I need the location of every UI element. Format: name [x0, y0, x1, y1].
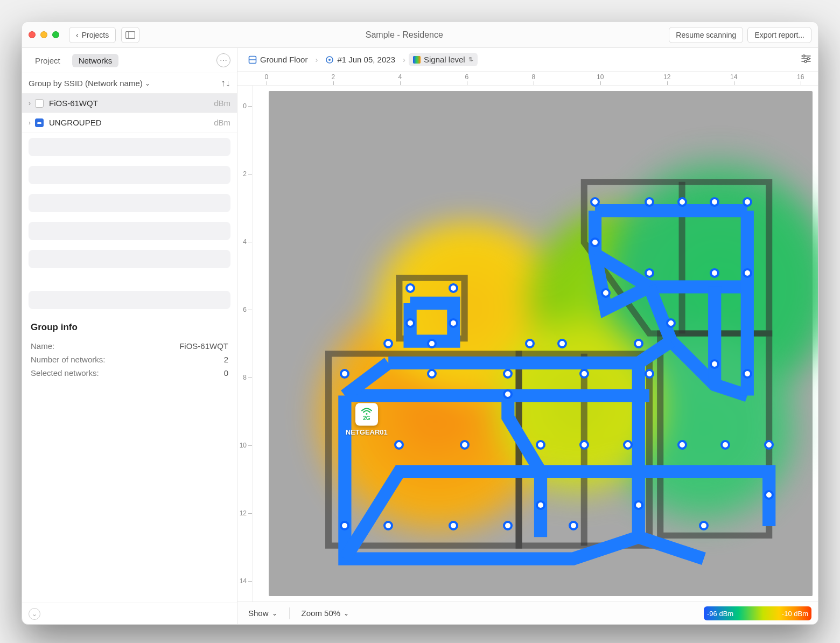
group-info-count-label: Number of networks: — [31, 355, 105, 364]
group-info-panel: Group info Name: FiOS-61WQT Number of ne… — [22, 314, 237, 390]
placeholder-row — [29, 222, 230, 240]
survey-point[interactable] — [449, 521, 458, 530]
export-report-button[interactable]: Export report... — [747, 27, 811, 43]
zoom-dropdown[interactable]: Zoom 50% ⌄ — [297, 606, 354, 620]
survey-point[interactable] — [645, 268, 654, 278]
visualization-dropdown[interactable]: Signal level ⇅ — [409, 53, 478, 66]
survey-point[interactable] — [699, 521, 709, 530]
survey-point[interactable] — [634, 339, 643, 348]
chevron-right-icon: › — [29, 119, 31, 127]
survey-point[interactable] — [710, 359, 719, 369]
sidebar-more-button[interactable]: ⋯ — [216, 53, 230, 67]
survey-point[interactable] — [645, 369, 654, 379]
placeholder-row — [29, 250, 230, 268]
network-item-ungrouped[interactable]: › UNGROUPED dBm — [22, 113, 237, 132]
ap-card: 2G — [355, 403, 378, 425]
settings-sliders-button[interactable] — [801, 54, 811, 65]
survey-point[interactable] — [743, 197, 752, 207]
breadcrumb-bar: Ground Floor › #1 Jun 05, 2023 › Signal … — [237, 48, 818, 72]
network-item-fios[interactable]: › FiOS-61WQT dBm — [22, 94, 237, 113]
survey-point[interactable] — [525, 339, 535, 348]
group-by-dropdown[interactable]: Group by SSID (Network name) ⌄ ↑↓ — [22, 73, 237, 94]
placeholder-row — [29, 291, 230, 309]
breadcrumb-floor[interactable]: Ground Floor — [244, 53, 312, 66]
close-window-button[interactable] — [29, 31, 36, 38]
sort-toggle-button[interactable]: ↑↓ — [221, 78, 230, 89]
floorplan-heatmap: 2G NETGEAR01 — [269, 91, 813, 596]
breadcrumb-survey-label: #1 Jun 05, 2023 — [337, 55, 395, 64]
survey-point[interactable] — [579, 369, 589, 379]
legend-max-label: -10 dBm — [782, 609, 808, 617]
survey-point[interactable] — [590, 237, 600, 247]
placeholder-rows — [22, 132, 237, 314]
sidebar-tabs: Project Networks ⋯ — [22, 48, 237, 73]
zoom-window-button[interactable] — [52, 31, 59, 38]
separator — [289, 607, 290, 619]
collapse-sidebar-button[interactable]: ⌄ — [29, 608, 40, 620]
survey-point[interactable] — [536, 500, 545, 510]
survey-point[interactable] — [710, 197, 719, 207]
survey-point[interactable] — [394, 440, 404, 450]
survey-point[interactable] — [590, 197, 600, 207]
show-dropdown[interactable]: Show ⌄ — [244, 606, 282, 620]
survey-point[interactable] — [677, 440, 687, 450]
placeholder-row — [29, 194, 230, 212]
traffic-lights — [29, 31, 59, 38]
resume-scanning-button[interactable]: Resume scanning — [669, 27, 743, 43]
survey-point[interactable] — [720, 440, 730, 450]
survey-point[interactable] — [634, 500, 643, 510]
minimize-window-button[interactable] — [40, 31, 47, 38]
wifi-icon — [361, 408, 373, 415]
sidebar-toggle-button[interactable] — [121, 27, 139, 43]
svg-point-5 — [328, 59, 331, 61]
survey-point[interactable] — [677, 197, 687, 207]
survey-point[interactable] — [601, 288, 611, 298]
network-checkbox[interactable] — [35, 99, 44, 108]
survey-point[interactable] — [383, 521, 393, 530]
group-by-label: Group by SSID (Network name) — [29, 79, 143, 88]
survey-point[interactable] — [503, 369, 513, 379]
survey-point[interactable] — [405, 318, 415, 328]
network-name: UNGROUPED — [49, 118, 102, 127]
back-to-projects-button[interactable]: ‹ Projects — [69, 27, 116, 43]
survey-point[interactable] — [503, 521, 513, 530]
survey-point[interactable] — [536, 440, 545, 450]
network-checkbox-mixed[interactable] — [35, 118, 44, 127]
ap-name-label: NETGEAR01 — [346, 428, 388, 436]
breadcrumb-survey[interactable]: #1 Jun 05, 2023 — [321, 53, 400, 66]
chevron-down-icon: ⌄ — [272, 610, 277, 617]
tab-project[interactable]: Project — [29, 54, 67, 67]
status-bar: Show ⌄ Zoom 50% ⌄ -96 dBm -10 dBm — [237, 602, 818, 624]
survey-point[interactable] — [427, 339, 437, 348]
window-title: Sample - Residence — [145, 30, 663, 40]
survey-point[interactable] — [569, 521, 578, 530]
svg-point-11 — [807, 58, 809, 60]
access-point-marker[interactable]: 2G NETGEAR01 — [346, 403, 388, 436]
svg-rect-6 — [413, 56, 421, 64]
survey-point[interactable] — [623, 440, 633, 450]
survey-point[interactable] — [340, 369, 349, 379]
survey-point[interactable] — [383, 339, 393, 348]
survey-point[interactable] — [557, 339, 567, 348]
survey-point[interactable] — [645, 197, 654, 207]
canvas[interactable]: 2G NETGEAR01 — [253, 86, 818, 602]
svg-point-12 — [804, 60, 807, 62]
signal-legend: -96 dBm -10 dBm — [704, 606, 811, 620]
survey-point[interactable] — [449, 318, 458, 328]
sidebar-footer: ⌄ — [22, 603, 237, 624]
tab-networks[interactable]: Networks — [72, 54, 119, 67]
survey-point[interactable] — [764, 490, 774, 500]
group-info-selected-value: 0 — [224, 368, 228, 378]
survey-point[interactable] — [764, 440, 774, 450]
survey-point[interactable] — [710, 268, 719, 278]
survey-point[interactable] — [743, 369, 752, 379]
survey-point[interactable] — [460, 440, 470, 450]
survey-point[interactable] — [579, 440, 589, 450]
survey-point[interactable] — [743, 268, 752, 278]
survey-point[interactable] — [427, 369, 437, 379]
survey-point[interactable] — [340, 521, 349, 530]
survey-point[interactable] — [503, 389, 513, 399]
survey-point[interactable] — [666, 318, 676, 328]
survey-point[interactable] — [449, 283, 458, 293]
survey-point[interactable] — [405, 283, 415, 293]
